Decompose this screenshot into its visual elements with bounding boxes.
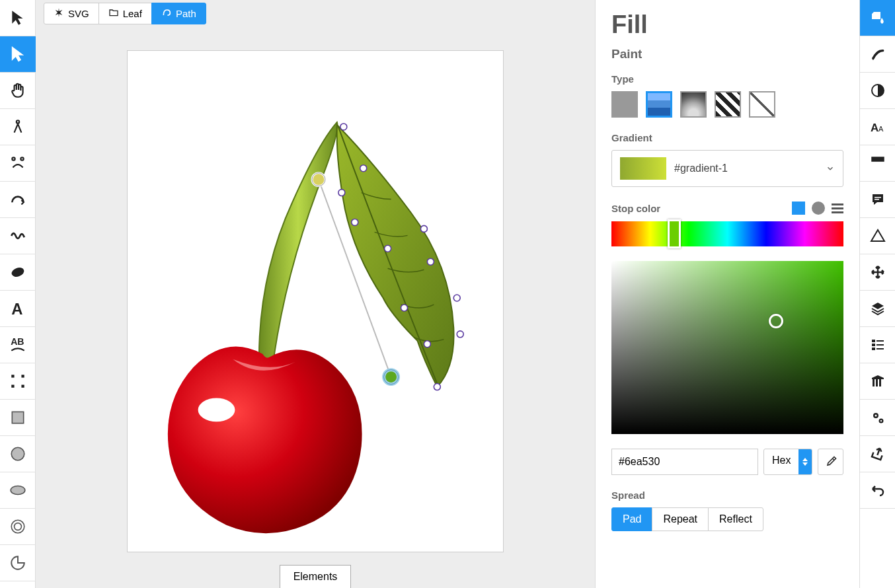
type-none[interactable] — [749, 91, 775, 118]
breadcrumb-label: Leaf — [123, 8, 142, 19]
type-radial-gradient[interactable] — [680, 91, 707, 118]
color-format-label: Hex — [764, 449, 798, 474]
panel-warning-icon[interactable] — [860, 218, 895, 254]
panel-export-icon[interactable] — [860, 436, 895, 472]
type-pattern[interactable] — [715, 91, 741, 118]
svg-rect-6 — [11, 375, 14, 377]
tool-pointer[interactable] — [0, 0, 36, 36]
svg-rect-48 — [879, 379, 881, 386]
svg-point-27 — [420, 225, 427, 232]
hue-handle[interactable] — [668, 219, 681, 248]
svg-text:A: A — [878, 125, 884, 133]
stop-mode-circle[interactable] — [812, 202, 825, 215]
svg-point-24 — [338, 190, 345, 196]
svg-rect-44 — [872, 348, 875, 350]
tool-rect[interactable] — [0, 400, 36, 436]
tool-arc[interactable] — [0, 182, 36, 218]
tool-text[interactable]: A — [0, 291, 36, 327]
spread-repeat[interactable]: Repeat — [652, 507, 709, 531]
gradient-preview — [620, 157, 666, 180]
svg-point-14 — [15, 523, 22, 531]
svg-point-52 — [880, 420, 882, 422]
svg-point-29 — [401, 305, 408, 311]
spread-pad[interactable]: Pad — [611, 507, 652, 531]
svg-point-28 — [427, 258, 434, 265]
breadcrumb-label: Path — [176, 8, 196, 19]
saturation-value-picker[interactable] — [611, 261, 843, 434]
tool-freehand[interactable] — [0, 218, 36, 254]
gradient-select[interactable]: #gradient-1 — [611, 150, 843, 187]
svg-rect-43 — [876, 344, 884, 346]
tool-pie[interactable] — [0, 545, 36, 581]
right-toolbar: AA — [859, 0, 895, 588]
stop-mode-list[interactable] — [832, 203, 843, 213]
svg-rect-10 — [12, 412, 23, 423]
panel-section-paint: Paint — [611, 47, 843, 61]
svg-point-12 — [11, 486, 25, 495]
breadcrumb-leaf[interactable]: Leaf — [98, 3, 152, 24]
color-format-select[interactable]: Hex — [763, 449, 812, 475]
tool-hand[interactable] — [0, 73, 36, 109]
panel-move-icon[interactable] — [860, 254, 895, 291]
svg-rect-41 — [876, 340, 884, 342]
svg-rect-7 — [21, 375, 24, 377]
eyedropper-button[interactable] — [818, 449, 843, 475]
svg-rect-40 — [872, 340, 875, 342]
sv-handle[interactable] — [769, 314, 783, 328]
panel-comment-icon[interactable] — [860, 182, 895, 218]
panel-list-icon[interactable] — [860, 327, 895, 363]
svg-point-15 — [198, 398, 235, 422]
svg-point-25 — [352, 219, 358, 225]
panel-title: Fill — [611, 11, 843, 39]
hue-slider[interactable] — [611, 221, 843, 246]
tool-pen[interactable] — [0, 109, 36, 145]
svg-point-31 — [424, 341, 430, 348]
tool-curve[interactable] — [0, 145, 36, 182]
breadcrumb-path[interactable]: Path — [151, 3, 206, 24]
panel-opacity-icon[interactable] — [860, 73, 895, 109]
type-label: Type — [611, 73, 843, 85]
spread-label: Spread — [611, 490, 843, 501]
canvas[interactable] — [127, 50, 504, 552]
tool-text-path[interactable]: AB — [0, 327, 36, 363]
panel-library-icon[interactable] — [860, 363, 895, 400]
panel-ruler-icon[interactable] — [860, 145, 895, 182]
svg-rect-39 — [875, 199, 879, 200]
tool-ellipse[interactable] — [0, 472, 36, 509]
canvas-area: SVG Leaf Path — [36, 0, 595, 588]
breadcrumb-svg[interactable]: SVG — [44, 3, 99, 24]
svg-point-13 — [11, 520, 24, 533]
type-linear-gradient[interactable] — [646, 91, 672, 118]
tab-elements[interactable]: Elements — [280, 565, 352, 588]
path-icon — [161, 7, 172, 20]
color-hex-input[interactable] — [611, 449, 758, 475]
svg-rect-38 — [875, 197, 881, 198]
tool-direct-select[interactable] — [0, 36, 36, 73]
svg-point-26 — [385, 245, 391, 252]
breadcrumb: SVG Leaf Path — [44, 3, 587, 24]
svg-rect-45 — [876, 348, 884, 349]
tool-blob[interactable] — [0, 254, 36, 291]
panel-typography-icon[interactable]: AA — [860, 109, 895, 145]
svg-text:A: A — [11, 300, 22, 317]
asterisk-icon — [54, 7, 64, 20]
tool-ring[interactable] — [0, 509, 36, 545]
spread-reflect[interactable]: Reflect — [708, 507, 763, 531]
folder-icon — [108, 7, 119, 20]
gradient-name: #gradient-1 — [674, 163, 818, 174]
tool-crop[interactable] — [0, 363, 36, 400]
type-solid[interactable] — [611, 91, 638, 118]
panel-fill-icon[interactable] — [860, 0, 895, 36]
svg-rect-8 — [11, 385, 14, 387]
stop-mode-square[interactable] — [792, 202, 805, 215]
panel-settings-icon[interactable] — [860, 400, 895, 436]
panel-layers-icon[interactable] — [860, 291, 895, 327]
tool-circle[interactable] — [0, 436, 36, 472]
svg-rect-37 — [872, 157, 884, 161]
breadcrumb-label: SVG — [68, 8, 89, 19]
panel-stroke-icon[interactable] — [860, 36, 895, 73]
svg-rect-42 — [872, 344, 875, 346]
svg-point-2 — [20, 157, 23, 160]
panel-undo-icon[interactable] — [860, 472, 895, 509]
svg-point-1 — [12, 157, 15, 160]
